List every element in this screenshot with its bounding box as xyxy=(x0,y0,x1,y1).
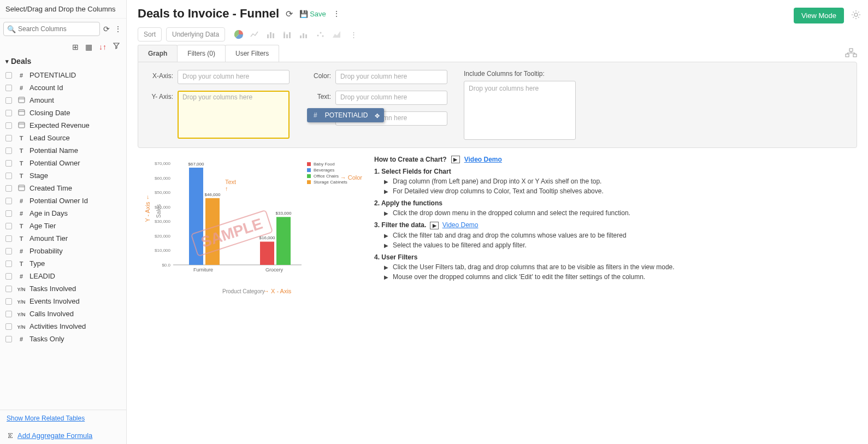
column-item[interactable]: Created Time xyxy=(0,182,126,194)
instruction-step: 4. User Filters xyxy=(374,253,857,261)
column-type-icon xyxy=(16,121,26,129)
column-checkbox[interactable] xyxy=(5,135,12,141)
column-checkbox[interactable] xyxy=(5,173,12,179)
tab-graph[interactable]: Graph xyxy=(138,45,178,62)
svg-text:$70,000: $70,000 xyxy=(155,161,170,166)
column-item[interactable]: #LEADID xyxy=(0,270,126,282)
column-checkbox[interactable] xyxy=(5,323,12,330)
column-checkbox[interactable] xyxy=(5,286,12,292)
hierarchy-icon[interactable] xyxy=(845,48,857,60)
column-item[interactable]: Y/NTasks Involved xyxy=(0,282,126,295)
column-checkbox[interactable] xyxy=(5,261,12,267)
column-checkbox[interactable] xyxy=(5,147,12,154)
column-checkbox[interactable] xyxy=(5,210,12,217)
video-demo-link[interactable]: Video Demo xyxy=(464,156,502,163)
column-checkbox[interactable] xyxy=(5,72,12,79)
column-label: Calls Involved xyxy=(29,310,74,318)
gear-icon[interactable] xyxy=(851,9,861,22)
sort-icon[interactable]: ↓↑ xyxy=(98,42,108,52)
yaxis-dropzone[interactable]: Drop your columns here xyxy=(178,91,290,139)
column-checkbox[interactable] xyxy=(5,110,12,116)
bar-chart-icon[interactable] xyxy=(265,28,277,40)
column-item[interactable]: #Account Id xyxy=(0,81,126,94)
xaxis-dropzone[interactable]: Drop your column here xyxy=(178,70,290,84)
tab-user-filters[interactable]: User Filters xyxy=(225,45,279,62)
svg-rect-15 xyxy=(289,32,291,38)
column-item[interactable]: TAge Tier xyxy=(0,220,126,232)
stacked-bar-icon[interactable] xyxy=(282,28,294,40)
column-item[interactable]: Y/NEvents Involved xyxy=(0,295,126,307)
save-button[interactable]: 💾 Save xyxy=(299,10,326,18)
column-checkbox[interactable] xyxy=(5,122,12,129)
column-checkbox[interactable] xyxy=(5,185,12,192)
column-item[interactable]: #Tasks Only xyxy=(0,333,126,345)
column-item[interactable]: Y/NCalls Involved xyxy=(0,307,126,320)
column-label: Type xyxy=(29,259,45,268)
column-item[interactable]: TPotential Owner xyxy=(0,157,126,169)
column-checkbox[interactable] xyxy=(5,85,12,91)
add-aggregate-link[interactable]: Add Aggregate Formula xyxy=(17,431,92,440)
column-item[interactable]: Y/NActivities Involved xyxy=(0,320,126,333)
video-demo-link[interactable]: Video Demo xyxy=(442,221,479,229)
column-type-icon: T xyxy=(16,223,26,229)
area-chart-icon[interactable] xyxy=(331,28,343,40)
column-item[interactable]: TStage xyxy=(0,169,126,182)
column-checkbox[interactable] xyxy=(5,311,12,317)
reload-icon[interactable]: ⟳ xyxy=(285,8,294,20)
scatter-chart-icon[interactable] xyxy=(315,28,327,40)
config-panel: X-Axis: Drop your column here Y- Axis: D… xyxy=(138,62,857,148)
column-item[interactable]: #Potential Owner Id xyxy=(0,194,126,207)
chart-menu-icon[interactable]: ⋮ xyxy=(347,28,359,40)
table-icon[interactable]: ▦ xyxy=(84,42,93,52)
column-checkbox[interactable] xyxy=(5,248,12,254)
column-checkbox[interactable] xyxy=(5,223,12,229)
filter-icon[interactable] xyxy=(112,42,121,52)
x-axis-title: Product Category xyxy=(222,288,265,294)
text-dropzone[interactable]: Drop your column here xyxy=(335,91,447,105)
svg-text:$16,000: $16,000 xyxy=(259,235,275,240)
column-item[interactable]: TAmount Tier xyxy=(0,232,126,245)
column-item[interactable]: #POTENTIALID xyxy=(0,69,126,81)
view-mode-button[interactable]: View Mode xyxy=(794,8,844,23)
instruction-bullet: ▶Click the drop down menu in the dropped… xyxy=(384,209,857,217)
column-checkbox[interactable] xyxy=(5,198,12,204)
column-chart-icon[interactable] xyxy=(298,28,310,40)
svg-text:$10,000: $10,000 xyxy=(155,248,170,253)
line-chart-icon[interactable] xyxy=(249,28,261,40)
search-input-wrap[interactable]: 🔍 xyxy=(3,22,100,36)
column-checkbox[interactable] xyxy=(5,336,12,342)
x-axis-arrow-label: → X - Axis xyxy=(263,288,291,294)
column-item[interactable]: Expected Revenue xyxy=(0,119,126,132)
underlying-data-button[interactable]: Underlying Data xyxy=(166,27,225,42)
column-item[interactable]: TType xyxy=(0,257,126,270)
color-dropzone[interactable]: Drop your column here xyxy=(335,70,447,84)
column-type-icon xyxy=(16,184,26,192)
column-item[interactable]: Amount xyxy=(0,94,126,106)
deals-group-header[interactable]: ▾ Deals xyxy=(0,55,126,68)
column-checkbox[interactable] xyxy=(5,235,12,242)
tab-filters[interactable]: Filters (0) xyxy=(177,45,226,62)
column-item[interactable]: TLead Source xyxy=(0,132,126,144)
search-input[interactable] xyxy=(16,24,96,34)
header-menu-icon[interactable]: ⋮ xyxy=(332,8,341,19)
sort-button[interactable]: Sort xyxy=(138,27,162,42)
column-item[interactable]: #Probability xyxy=(0,245,126,257)
column-item[interactable]: #Age in Days xyxy=(0,207,126,220)
column-label: Created Time xyxy=(29,184,72,192)
column-checkbox[interactable] xyxy=(5,97,12,104)
column-item[interactable]: Closing Date xyxy=(0,106,126,119)
svg-text:$30,000: $30,000 xyxy=(155,219,170,224)
sidebar-menu-icon[interactable]: ⋮ xyxy=(113,23,123,34)
refresh-icon[interactable]: ⟳ xyxy=(102,23,111,34)
size-dropzone[interactable]: Drop your column here xyxy=(335,111,447,126)
column-label: Age Tier xyxy=(29,222,56,230)
column-item[interactable]: TPotential Name xyxy=(0,144,126,157)
show-more-link[interactable]: Show More Related Tables xyxy=(0,410,126,427)
add-icon[interactable]: ⊞ xyxy=(71,42,80,52)
svg-rect-2 xyxy=(19,110,25,115)
column-checkbox[interactable] xyxy=(5,298,12,305)
pie-chart-icon[interactable] xyxy=(233,28,245,40)
column-checkbox[interactable] xyxy=(5,160,12,167)
tooltip-dropzone[interactable]: Drop your columns here xyxy=(464,81,576,140)
column-checkbox[interactable] xyxy=(5,273,12,280)
